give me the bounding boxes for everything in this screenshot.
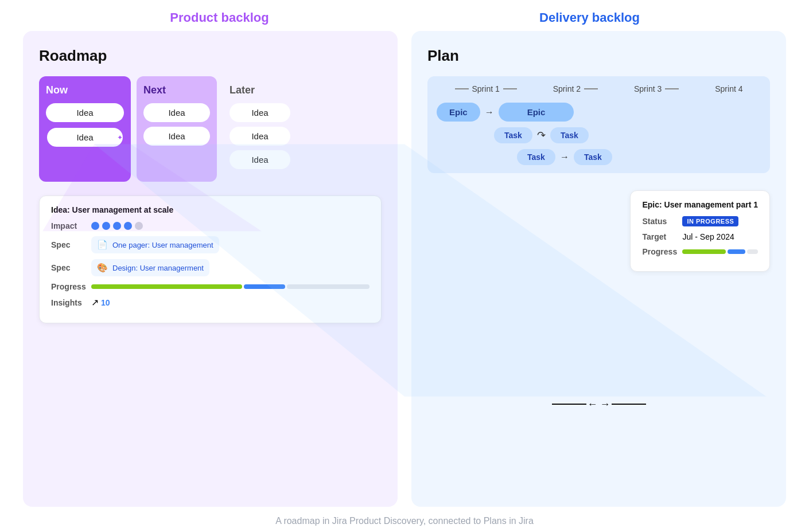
- idea-pill[interactable]: Idea: [143, 103, 210, 122]
- double-arrow-area: ←→: [552, 393, 646, 415]
- next-column-title: Next: [143, 84, 210, 96]
- insights-row: Insights ↗ 10: [51, 297, 370, 308]
- sprint-3: Sprint 3: [634, 84, 679, 93]
- spec-text-2: Design: User managerment: [112, 264, 204, 272]
- doc-icon: 📄: [97, 240, 108, 250]
- epic-pill-1[interactable]: Epic: [437, 103, 480, 122]
- epic-progress-green: [682, 249, 725, 254]
- task-pill-4[interactable]: Task: [574, 149, 612, 165]
- sprint-area: Sprint 1 Sprint 2 Sprint 3 Sprint 4: [427, 76, 770, 173]
- sprint-4-label: Sprint 4: [715, 84, 742, 93]
- idea-pill[interactable]: Idea: [143, 127, 210, 146]
- epic-progress-row: Progress: [642, 247, 758, 256]
- progress-label: Progress: [51, 282, 91, 291]
- sprint-rows: Epic → Epic Task ↷ Task Task → Task: [437, 103, 761, 165]
- sprint-3-label: Sprint 3: [634, 84, 662, 93]
- spec-chip-1[interactable]: 📄 One pager: User management: [91, 236, 219, 253]
- target-value: Jul - Sep 2024: [682, 232, 734, 241]
- status-badge: IN PROGRESS: [682, 216, 738, 226]
- impact-row: Impact: [51, 221, 370, 230]
- dot-3: [113, 222, 121, 230]
- progress-bar-container: [91, 284, 370, 289]
- bottom-caption: A roadmap in Jira Product Discovery, con…: [275, 507, 534, 532]
- arrow-right-icon-2: →: [560, 152, 569, 162]
- sprint-1-label: Sprint 1: [472, 84, 500, 93]
- spec-label-2: Spec: [51, 263, 91, 272]
- epic-progress-container: [682, 249, 758, 254]
- epic-row: Epic → Epic: [437, 103, 761, 122]
- arrow-right-icon: →: [485, 107, 494, 118]
- curve-arrow-icon: ↷: [537, 129, 546, 142]
- progress-row: Progress: [51, 282, 370, 291]
- delivery-backlog-panel: Plan Sprint 1 Sprint 2 Sprint 3: [411, 31, 786, 507]
- idea-detail-title: Idea: User management at scale: [51, 205, 370, 214]
- sprint-2-label: Sprint 2: [553, 84, 581, 93]
- dot-4: [124, 222, 132, 230]
- epic-progress-label: Progress: [642, 247, 682, 256]
- target-label: Target: [642, 232, 682, 241]
- idea-detail-card: Idea: User management at scale Impact Sp…: [39, 195, 382, 323]
- product-backlog-panel: Roadmap Now Idea Idea ✦✦ Next Idea Idea …: [23, 31, 398, 507]
- sprint-1: Sprint 1: [455, 84, 517, 93]
- later-column: Later Idea Idea Idea: [223, 76, 297, 182]
- task-pill-1[interactable]: Task: [494, 127, 532, 143]
- insights-label: Insights: [51, 298, 91, 307]
- spec-row-2: Spec 🎨 Design: User managerment: [51, 259, 370, 276]
- idea-pill[interactable]: Idea: [230, 127, 290, 146]
- sprint-2: Sprint 2: [553, 84, 598, 93]
- progress-bar-green: [91, 284, 242, 289]
- impact-label: Impact: [51, 221, 91, 230]
- idea-pill-selected[interactable]: Idea: [46, 127, 124, 148]
- progress-bar-blue: [244, 284, 285, 289]
- dot-1: [91, 222, 99, 230]
- status-row: Status IN PROGRESS: [642, 216, 758, 226]
- plan-title: Plan: [427, 47, 770, 65]
- dot-2: [102, 222, 110, 230]
- idea-pill[interactable]: Idea: [46, 103, 124, 122]
- later-column-title: Later: [230, 84, 290, 96]
- sparkle-icon: ✦✦: [117, 134, 129, 142]
- sprint-line: [584, 88, 598, 89]
- sprint-4: Sprint 4: [715, 84, 742, 93]
- task-row-1: Task ↷ Task: [494, 127, 761, 143]
- figma-icon: 🎨: [97, 263, 108, 273]
- epic-progress-gray: [747, 249, 758, 254]
- epic-detail-title: Epic: User management part 1: [642, 200, 758, 209]
- delivery-backlog-label: Delivery backlog: [404, 10, 775, 25]
- sprint-line: [455, 88, 469, 89]
- idea-pill[interactable]: Idea: [230, 150, 290, 169]
- now-column-title: Now: [46, 84, 124, 96]
- sprint-line: [503, 88, 517, 89]
- target-row: Target Jul - Sep 2024: [642, 232, 758, 241]
- roadmap-title: Roadmap: [39, 47, 382, 65]
- epic-pill-2[interactable]: Epic: [499, 103, 574, 122]
- spec-label-1: Spec: [51, 240, 91, 249]
- next-column: Next Idea Idea: [137, 76, 217, 182]
- epic-detail-card: Epic: User management part 1 Status IN P…: [630, 190, 770, 272]
- task-pill-3[interactable]: Task: [517, 149, 555, 165]
- sprint-line: [665, 88, 679, 89]
- task-row-2: Task → Task: [517, 149, 761, 165]
- progress-bar-gray: [287, 284, 370, 289]
- now-column: Now Idea Idea ✦✦: [39, 76, 131, 182]
- status-label: Status: [642, 217, 682, 226]
- product-backlog-label: Product backlog: [34, 10, 404, 25]
- insights-value[interactable]: 10: [101, 298, 110, 307]
- impact-dots: [91, 222, 143, 230]
- insights-icon: ↗: [91, 297, 99, 308]
- roadmap-columns: Now Idea Idea ✦✦ Next Idea Idea Later Id…: [39, 76, 382, 182]
- spec-chip-2[interactable]: 🎨 Design: User managerment: [91, 259, 209, 276]
- sprint-headers: Sprint 1 Sprint 2 Sprint 3 Sprint 4: [437, 84, 761, 93]
- epic-progress-blue: [728, 249, 745, 254]
- task-pill-2[interactable]: Task: [550, 127, 589, 143]
- idea-pill[interactable]: Idea: [230, 103, 290, 122]
- dot-5: [135, 222, 143, 230]
- spec-text-1: One pager: User management: [112, 241, 213, 249]
- spec-row-1: Spec 📄 One pager: User management: [51, 236, 370, 253]
